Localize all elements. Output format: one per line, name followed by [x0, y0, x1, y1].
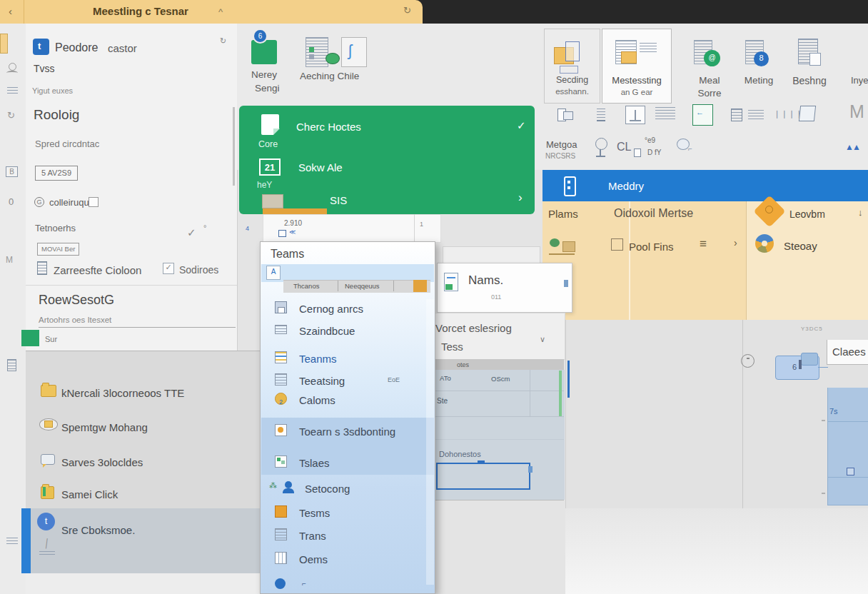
minibar-yellow-block [413, 280, 427, 292]
minitab-sep2 [393, 281, 394, 291]
list-icon[interactable] [6, 538, 18, 545]
diamond-icon-glyph [765, 206, 773, 213]
document-icon[interactable] [7, 359, 16, 371]
chart-icon[interactable] [306, 37, 328, 67]
dropdown-item[interactable]: Teeatsing EoE [261, 370, 436, 391]
recurrence-icon: G [34, 197, 44, 207]
selected-field-handle[interactable] [528, 466, 533, 473]
vorcet-check[interactable]: ∨ [540, 336, 545, 343]
list-item[interactable]: Sre Cboksmoe. [61, 525, 135, 535]
down-arrow-icon[interactable]: ↓ [858, 208, 863, 217]
table-scrollbar[interactable] [559, 371, 562, 416]
small-text-e9: °e9 [645, 137, 655, 144]
list-item[interactable]: kNercali 3locorneoos TTE [61, 388, 184, 398]
dropdown-minitab2[interactable]: Neeqqeuus [345, 283, 380, 290]
badge-av2s9[interactable]: 5 AV2S9 [35, 166, 78, 181]
row-sodiroes-label: Sodiroes [179, 265, 218, 275]
green-chart-sq1 [277, 458, 281, 461]
section-sub: Spred circdntac [35, 139, 99, 148]
dropdown-item[interactable]: Teanms [261, 348, 436, 369]
strip-checkbox[interactable] [278, 230, 286, 237]
green-item3-icon [262, 194, 283, 208]
list-item[interactable]: Spemtgw Mohang [61, 422, 148, 433]
cloud-icon-inner [44, 421, 53, 428]
signature-icon[interactable] [341, 37, 367, 67]
selected-row[interactable] [26, 508, 261, 573]
new-meeting-icon[interactable] [251, 40, 277, 64]
cl-mini-box [634, 148, 641, 157]
pool-fins-label: Pool Fins [629, 241, 674, 252]
dropdown-item[interactable]: Szaindbcue [261, 320, 436, 341]
stack-icon[interactable] [597, 109, 605, 121]
sort-icon[interactable] [7, 87, 18, 94]
mestessting-icon-folder [621, 51, 637, 64]
beshng-label: Beshng [784, 76, 835, 86]
table-cell-a: ATo [440, 375, 451, 382]
lines-icon[interactable] [748, 110, 764, 119]
dropdown-item-selected[interactable]: Tslaes [261, 452, 436, 473]
strip-letter-m[interactable]: M [6, 256, 13, 264]
sort-arrows-glyph[interactable]: ▲▲ [845, 143, 859, 151]
people-icon[interactable] [9, 63, 16, 71]
collapse-caret-icon[interactable]: ^ [218, 7, 223, 16]
strip-divider [414, 214, 415, 242]
green-item3-chevron[interactable]: › [518, 191, 523, 203]
secding-icon-base [560, 66, 578, 74]
list-item[interactable]: Samei Click [61, 489, 118, 500]
calendar-grid[interactable] [827, 388, 868, 505]
document-tab[interactable] [0, 0, 423, 24]
badge-moval[interactable]: MOVAI Ber [37, 243, 79, 256]
dropdown-item[interactable]: 2 Caloms [261, 389, 436, 411]
planter-icon [562, 241, 575, 252]
sodiroes-checkbox[interactable]: ✓ [163, 263, 174, 274]
panel-scrollbar[interactable] [233, 107, 235, 186]
grid-event-icon[interactable] [847, 468, 854, 475]
duplicate-window-icon2 [563, 111, 573, 120]
list-item[interactable]: Sarves 3olocldes [61, 457, 143, 468]
table-vline [530, 370, 530, 416]
status-green-block [21, 330, 39, 346]
dropdown-header: Teams [271, 248, 304, 260]
webcam-icon[interactable] [595, 138, 607, 150]
dropdown-item[interactable]: Cernog anrcs [261, 298, 436, 319]
grid-tick2 [822, 493, 825, 494]
grid-line1 [827, 421, 868, 422]
panel-sync-icon[interactable]: ↻ [220, 37, 226, 45]
dropdown-item[interactable]: ⁂ Setocong [261, 478, 436, 499]
steoay-label[interactable]: Steoay [784, 241, 817, 251]
row-zarre-label: Zarreesfte Cioloon [54, 265, 141, 276]
dropdown-footer-row[interactable]: ⌐ [261, 576, 436, 594]
strip-letter-0[interactable]: 0 [9, 197, 14, 206]
table-bottom-line [434, 500, 564, 500]
row-tetnoerhs-check[interactable]: ✓ [187, 227, 196, 238]
list-lines-glyph[interactable]: ≡ [700, 238, 707, 250]
refresh-icon[interactable]: ↻ [7, 111, 15, 120]
green-item1-check[interactable]: ✓ [517, 120, 526, 131]
letter-m-glyph: M [849, 103, 864, 121]
dropdown-item[interactable]: Oems [261, 548, 436, 570]
dropdown-item[interactable]: Tesms [261, 502, 436, 523]
recurrence-checkbox[interactable] [89, 197, 99, 207]
vorcet-panel [434, 313, 565, 360]
dropdown-menu: Teams A Thcanos Neeqqeuus Cernog anrcs S… [260, 241, 435, 594]
cream-chevron[interactable]: › [734, 238, 737, 248]
selected-field-box[interactable] [436, 463, 530, 490]
dropdown-item-selected[interactable]: Toearn s 3sdbonting [261, 421, 436, 442]
sync-icon[interactable]: ↻ [403, 6, 411, 15]
row-tetnoerhs-degree: ° [203, 224, 206, 232]
strip-letter-b[interactable]: B [6, 166, 18, 177]
inye-label[interactable]: Inye [851, 76, 868, 85]
cream-col2-label: Oidoxoil Mertse [614, 208, 693, 219]
switch-windows-icon[interactable] [799, 106, 816, 121]
cream-col3-label[interactable]: Leovbm [789, 209, 825, 219]
green-item2-label: Sokw Ale [298, 162, 343, 173]
dropdown-minitab1[interactable]: Thcanos [293, 283, 319, 290]
calendar-area [565, 320, 868, 508]
metgoa-label1: Metgoa [546, 140, 577, 149]
recurrence-label: colleiruquJ [49, 198, 94, 207]
back-button[interactable] [0, 0, 24, 24]
align-lines-icon[interactable] [655, 107, 675, 120]
dropdown-item[interactable]: Trans [261, 525, 436, 546]
pool-fins-checkbox[interactable] [611, 238, 623, 251]
grid-icon[interactable] [731, 109, 742, 121]
